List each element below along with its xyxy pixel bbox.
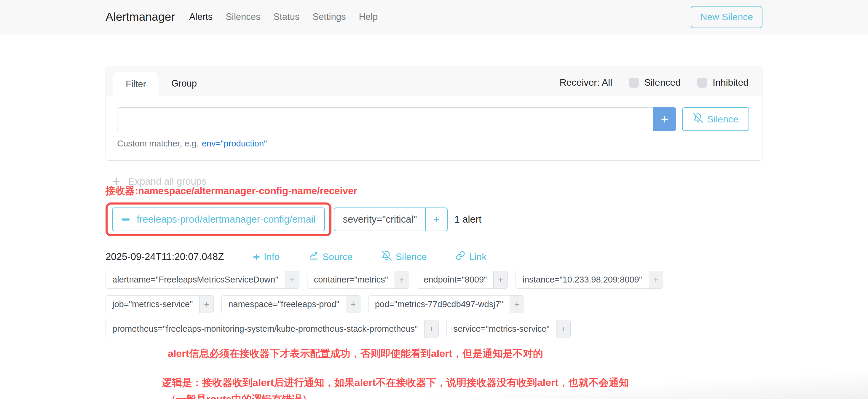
nav-item-status[interactable]: Status	[274, 11, 300, 22]
minus-icon	[122, 218, 129, 220]
receiver-filter-label[interactable]: Receiver: All	[559, 77, 612, 88]
label-chip-service: service="metrics-service" +	[446, 320, 570, 338]
plus-icon: +	[253, 252, 260, 261]
add-matcher-button[interactable]: +	[653, 107, 676, 131]
logic-annotation-note-line1: 逻辑是：接收器收到alert后进行通知，如果alert不在接收器下，说明接收器没…	[162, 376, 763, 390]
filter-card-header: Filter Group Receiver: All Silenced Inhi…	[106, 66, 762, 96]
nav-item-help[interactable]: Help	[359, 11, 378, 22]
inhibited-label: Inhibited	[713, 77, 748, 88]
bell-slash-icon	[381, 250, 392, 263]
inhibited-checkbox[interactable]	[697, 78, 707, 88]
group-matcher-add-button[interactable]: +	[425, 208, 447, 231]
silenced-label: Silenced	[644, 77, 681, 88]
add-label-filter-button[interactable]: +	[346, 296, 360, 313]
source-link[interactable]: Source	[309, 251, 352, 263]
silence-filter-label: Silence	[707, 114, 739, 125]
silenced-checkbox[interactable]	[629, 78, 639, 88]
tab-group[interactable]: Group	[159, 71, 209, 96]
receiver-group-label: freeleaps-prod/alertmanager-config/email	[137, 214, 315, 225]
label-chip-instance: instance="10.233.98.209:8009" +	[516, 271, 663, 289]
group-matcher-label: severity="critical"	[334, 208, 425, 231]
add-label-filter-button[interactable]: +	[395, 271, 409, 288]
nav-item-settings[interactable]: Settings	[312, 11, 346, 22]
matcher-example-link[interactable]: env="production"	[202, 139, 267, 148]
config-annotation-note: alert信息必须在接收器下才表示配置成功，否则即使能看到alert，但是通知是…	[168, 347, 763, 361]
red-annotation-box: freeleaps-prod/alertmanager-config/email	[105, 203, 332, 236]
alert-detail: 2025-09-24T11:20:07.048Z + Info Source	[105, 250, 763, 338]
matcher-help-text: Custom matcher, e.g.env="production"	[117, 139, 749, 149]
app-brand[interactable]: Alertmanager	[105, 10, 175, 23]
label-chip-namespace: namespace="freeleaps-prod" +	[221, 295, 360, 313]
add-label-filter-button[interactable]: +	[649, 271, 663, 288]
label-chip-pod: pod="metrics-77d9cdb497-wdsj7" +	[368, 295, 524, 313]
navbar: Alertmanager Alerts Silences Status Sett…	[0, 0, 868, 34]
add-label-filter-button[interactable]: +	[199, 296, 213, 313]
silence-filter-button[interactable]: Silence	[682, 107, 749, 131]
nav-item-alerts[interactable]: Alerts	[189, 11, 213, 22]
link-button[interactable]: Link	[456, 251, 487, 263]
group-matcher-chip: severity="critical" +	[334, 208, 447, 231]
add-label-filter-button[interactable]: +	[556, 320, 570, 338]
label-chip-container: container="metrics" +	[307, 271, 409, 289]
add-label-filter-button[interactable]: +	[424, 320, 438, 338]
matcher-input[interactable]	[117, 107, 653, 131]
silenced-toggle[interactable]: Silenced	[629, 77, 681, 88]
label-chip-endpoint: endpoint="8009" +	[417, 271, 508, 289]
alert-labels: alertname="FreeleapsMetricsServiceDown" …	[105, 271, 669, 338]
inhibited-toggle[interactable]: Inhibited	[697, 77, 748, 88]
add-label-filter-button[interactable]: +	[493, 271, 507, 288]
nav-item-silences[interactable]: Silences	[226, 11, 260, 22]
label-chip-alertname: alertname="FreeleapsMetricsServiceDown" …	[105, 271, 300, 289]
chart-icon	[309, 251, 319, 263]
label-chip-prometheus: prometheus="freeleaps-monitoring-system/…	[105, 320, 439, 338]
link-icon	[456, 251, 465, 263]
receiver-group-button[interactable]: freeleaps-prod/alertmanager-config/email	[112, 208, 325, 231]
alert-timestamp: 2025-09-24T11:20:07.048Z	[105, 251, 224, 262]
receiver-annotation-note: 接收器:namespace/altermanager-config-name/r…	[105, 184, 763, 198]
alert-count: 1 alert	[454, 214, 482, 225]
filter-card-body: + Silence Custom matcher, e.g.env="produ…	[106, 96, 762, 160]
silence-alert-button[interactable]: Silence	[381, 250, 427, 263]
label-chip-job: job="metrics-service" +	[105, 295, 214, 313]
logic-annotation-note-line2: （一般是route中的逻辑有错误）	[166, 393, 763, 399]
filter-card: Filter Group Receiver: All Silenced Inhi…	[105, 66, 763, 161]
new-silence-button[interactable]: New Silence	[691, 6, 763, 28]
tab-filter[interactable]: Filter	[113, 72, 159, 96]
info-button[interactable]: + Info	[253, 251, 280, 262]
filter-tabs: Filter Group	[113, 71, 209, 96]
bell-slash-icon	[693, 113, 703, 125]
add-label-filter-button[interactable]: +	[285, 271, 299, 288]
add-label-filter-button[interactable]: +	[509, 296, 524, 313]
